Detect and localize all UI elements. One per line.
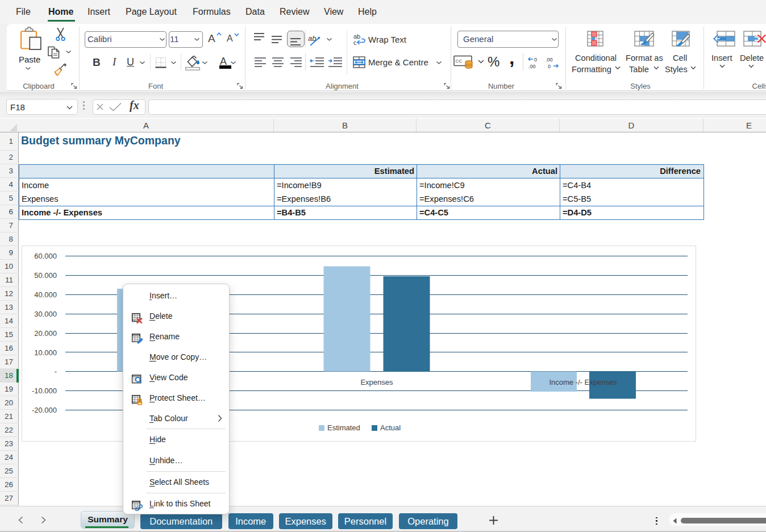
svg-text:Income -/- Expenses: Income -/- Expenses (549, 378, 617, 386)
svg-text:30.000: 30.000 (34, 310, 57, 318)
svg-text:0: 0 (548, 64, 551, 69)
svg-text:50.000: 50.000 (34, 271, 57, 280)
svg-text:-20.000: -20.000 (32, 406, 57, 414)
svg-text:Actual: Actual (380, 423, 401, 432)
svg-text:CC: CC (456, 59, 463, 64)
svg-text:.00: .00 (528, 64, 536, 69)
svg-text:20.000: 20.000 (34, 329, 57, 338)
svg-text:40.000: 40.000 (34, 290, 57, 299)
svg-text:Estimated: Estimated (327, 423, 360, 432)
svg-text:0: 0 (534, 57, 537, 63)
svg-text:60.000: 60.000 (34, 252, 57, 260)
svg-text:10.000: 10.000 (34, 348, 57, 357)
svg-text:c: c (353, 39, 357, 46)
svg-text:Expenses: Expenses (360, 378, 393, 386)
svg-text:-10.000: -10.000 (32, 386, 57, 395)
svg-text:-: - (55, 367, 57, 376)
svg-text:.00: .00 (546, 57, 553, 63)
